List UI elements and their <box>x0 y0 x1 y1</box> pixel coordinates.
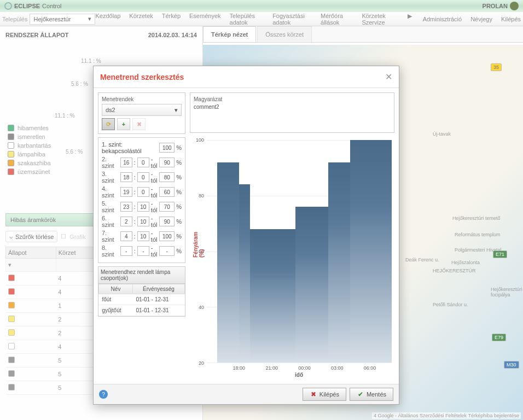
x-tick: 18:00 <box>233 365 246 371</box>
chart-bar <box>250 229 295 363</box>
y-tick: 40 <box>199 305 204 310</box>
hour-input[interactable] <box>120 187 132 197</box>
level-row: 2. szint:-tól% <box>102 156 182 169</box>
delete-button[interactable]: ✖ <box>132 118 146 130</box>
schedule-dialog: Menetrend szerkesztés ✕ Menetrendek ds2 … <box>93 66 399 405</box>
comment-text[interactable]: comment2 <box>194 104 391 110</box>
comment-group: Magyarázat comment2 <box>190 92 394 133</box>
hour-input[interactable] <box>120 217 132 226</box>
level-row: 4. szint:-tól% <box>102 185 182 199</box>
level-row: 7. szint:-tól% <box>102 230 182 243</box>
level-row: 3. szint:-tól% <box>102 171 182 184</box>
add-button[interactable]: + <box>117 118 130 130</box>
x-tick: 06:00 <box>364 365 376 371</box>
assigned-groups: Menetrendhez rendelt lámpa csoport(ok) N… <box>98 266 185 317</box>
hour-input[interactable] <box>120 202 132 212</box>
hour-input[interactable] <box>120 231 132 241</box>
min-input[interactable] <box>137 231 149 241</box>
x-tick: 00:00 <box>298 365 311 371</box>
y-tick: 60 <box>199 249 204 254</box>
chart-bar <box>239 184 250 363</box>
refresh-icon: ⟳ <box>106 121 111 128</box>
assign-row[interactable]: főút01-01 - 12-31 <box>99 294 185 305</box>
delete-icon: ✖ <box>137 121 142 128</box>
y-tick: 100 <box>196 137 204 143</box>
min-input[interactable] <box>137 158 149 167</box>
min-input[interactable] <box>137 202 149 212</box>
x-axis-label: idő <box>295 372 303 378</box>
level-row: 5. szint:-tól% <box>102 200 182 213</box>
chart-bar <box>295 207 328 363</box>
chart: Fényáram (%) 10080604020 idő 18:0021:000… <box>190 137 394 380</box>
hour-input[interactable] <box>120 158 132 167</box>
y-tick: 80 <box>199 193 204 199</box>
dialog-title: Menetrend szerkesztés <box>100 73 184 81</box>
pct-input[interactable] <box>159 231 175 241</box>
refresh-button[interactable]: ⟳ <box>102 118 115 130</box>
plus-icon: + <box>122 121 125 127</box>
x-icon: ✖ <box>310 390 317 398</box>
pct-input[interactable] <box>159 172 175 182</box>
chart-bar <box>350 140 392 363</box>
min-input[interactable] <box>137 187 149 197</box>
check-icon: ✔ <box>357 390 364 398</box>
exit-button[interactable]: ✖ Kilépés <box>303 388 346 401</box>
pct-input[interactable] <box>159 187 175 197</box>
pct-input[interactable] <box>159 246 175 256</box>
pct-input[interactable] <box>159 158 175 167</box>
pct-input[interactable] <box>159 202 175 212</box>
x-tick: 03:00 <box>331 365 344 371</box>
levels-panel: 1. szint: bekapcsolástól % 2. szint:-tól… <box>98 137 185 263</box>
min-input[interactable] <box>137 217 149 226</box>
chevron-down-icon: ▾ <box>175 107 178 114</box>
help-icon[interactable]: ? <box>99 390 108 399</box>
hour-input[interactable] <box>120 172 132 182</box>
chart-bar <box>328 162 350 363</box>
assign-row[interactable]: gyűjtőút01-01 - 12-31 <box>99 305 185 316</box>
schedules-group: Menetrendek ds2 ▾ ⟳ + ✖ <box>98 92 185 134</box>
level-row: 6. szint:-tól% <box>102 215 182 228</box>
pct-input[interactable] <box>159 217 175 226</box>
chart-bar <box>217 162 239 363</box>
level1-pct[interactable] <box>159 143 175 153</box>
save-button[interactable]: ✔ Mentés <box>350 388 393 401</box>
close-icon[interactable]: ✕ <box>385 72 392 82</box>
level-row: 8. szint:-tól% <box>102 244 182 258</box>
min-input[interactable] <box>137 246 149 256</box>
x-tick: 21:00 <box>265 365 278 371</box>
hour-input[interactable] <box>120 246 132 256</box>
min-input[interactable] <box>137 172 149 182</box>
y-tick: 20 <box>199 360 204 366</box>
schedule-dropdown[interactable]: ds2 ▾ <box>102 104 182 116</box>
